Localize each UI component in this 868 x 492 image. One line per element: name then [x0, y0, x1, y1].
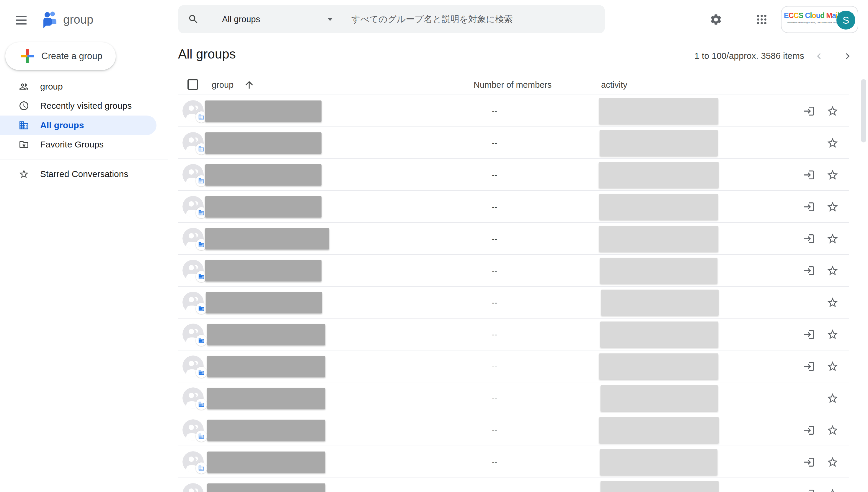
select-all-checkbox[interactable]: [187, 79, 198, 90]
star-icon: [19, 169, 29, 179]
name-redaction: [207, 388, 325, 409]
name-redaction: [205, 228, 329, 249]
member-count: --: [485, 159, 504, 191]
sidebar-item-label: Starred Conversations: [40, 164, 128, 184]
member-count: --: [485, 191, 504, 223]
chevron-left-icon[interactable]: [813, 50, 825, 62]
brand-title: ECCS Cloud Mail: [784, 11, 837, 20]
eccs-brand-logo: ECCS Cloud Mail Information Technology C…: [784, 11, 837, 24]
enter-group-button[interactable]: [803, 424, 815, 436]
member-count: --: [485, 223, 504, 255]
sidebar-item-label: All groups: [40, 116, 84, 135]
name-redaction: [207, 451, 325, 473]
account-avatar[interactable]: S: [836, 10, 855, 29]
column-header-group[interactable]: group: [212, 74, 234, 95]
member-count: --: [485, 478, 504, 492]
sidebar-item-recent[interactable]: Recently visited groups: [0, 96, 156, 116]
enter-group-button[interactable]: [803, 201, 815, 213]
app-logo-text: group: [63, 0, 93, 39]
member-count: --: [485, 255, 504, 287]
member-count: --: [485, 383, 504, 414]
enter-group-button[interactable]: [803, 105, 815, 117]
star-group-button[interactable]: [826, 232, 839, 245]
menu-icon[interactable]: [16, 16, 27, 25]
organization-badge-icon: [196, 367, 207, 378]
dropdown-caret-icon: [327, 18, 333, 21]
star-group-button[interactable]: [826, 456, 839, 468]
name-redaction: [207, 356, 325, 377]
activity-redaction: [599, 226, 718, 252]
groups-logo-icon[interactable]: [41, 9, 59, 29]
table-row[interactable]: --: [178, 159, 849, 191]
member-count: --: [485, 414, 504, 446]
sort-up-icon[interactable]: [243, 79, 255, 91]
table-row[interactable]: --: [178, 127, 849, 159]
gear-icon[interactable]: [709, 13, 722, 26]
table-row[interactable]: --: [178, 287, 849, 319]
activity-redaction: [600, 321, 718, 347]
organization-badge-icon: [196, 399, 207, 410]
name-redaction: [205, 132, 321, 154]
name-redaction: [207, 324, 325, 345]
table-row[interactable]: --: [178, 223, 849, 255]
apps-grid-icon[interactable]: [756, 13, 768, 26]
search-bar[interactable]: All groups: [178, 5, 605, 33]
enter-group-button[interactable]: [803, 233, 815, 245]
enter-group-button[interactable]: [803, 265, 815, 277]
table-row[interactable]: --: [178, 478, 849, 492]
activity-redaction: [601, 290, 719, 316]
enter-group-button[interactable]: [803, 361, 815, 372]
star-group-button[interactable]: [826, 169, 839, 181]
activity-redaction: [599, 162, 719, 188]
name-redaction: [205, 100, 321, 122]
star-group-button[interactable]: [826, 488, 839, 492]
column-header-activity: activity: [601, 74, 627, 95]
star-group-button[interactable]: [826, 328, 839, 341]
table-row[interactable]: --: [178, 446, 849, 478]
people-icon: [19, 81, 29, 92]
activity-redaction: [601, 385, 718, 411]
star-group-button[interactable]: [826, 424, 839, 437]
organization-badge-icon: [196, 303, 207, 314]
table-row[interactable]: --: [178, 350, 849, 383]
search-input[interactable]: [351, 5, 594, 33]
star-group-button[interactable]: [826, 137, 839, 149]
sidebar-item-favorite-groups[interactable]: Favorite Groups: [0, 135, 156, 154]
activity-redaction: [600, 258, 717, 284]
table-row[interactable]: --: [178, 95, 849, 127]
clock-icon: [19, 100, 29, 111]
sidebar-item-label: group: [40, 77, 63, 96]
star-group-button[interactable]: [826, 296, 839, 309]
brand-subtitle: Information Technology Center, The Unive…: [787, 21, 834, 24]
star-group-button[interactable]: [826, 360, 839, 373]
sidebar-item-label: Recently visited groups: [40, 96, 132, 116]
chevron-right-icon[interactable]: [842, 50, 853, 62]
table-row[interactable]: --: [178, 414, 849, 446]
table-row[interactable]: --: [178, 255, 849, 287]
create-group-button[interactable]: Create a group: [5, 42, 116, 70]
enter-group-button[interactable]: [803, 488, 815, 492]
name-redaction: [205, 196, 321, 218]
enter-group-button[interactable]: [803, 456, 815, 468]
star-group-button[interactable]: [826, 201, 839, 213]
google-groups-app: group All groups ECCS Cloud Mail Informa…: [0, 0, 868, 492]
organization-badge-icon: [196, 335, 207, 346]
scrollbar-thumb[interactable]: [861, 79, 866, 142]
name-redaction: [207, 420, 325, 441]
sidebar-item-all-groups[interactable]: All groups: [0, 116, 156, 135]
table-row[interactable]: --: [178, 319, 849, 350]
search-scope-dropdown[interactable]: All groups: [222, 5, 260, 33]
table-row[interactable]: --: [178, 383, 849, 414]
name-redaction: [207, 484, 325, 492]
table-row[interactable]: --: [178, 191, 849, 223]
sidebar-item-group[interactable]: group: [0, 77, 156, 96]
star-group-button[interactable]: [826, 105, 839, 117]
enter-group-button[interactable]: [803, 169, 815, 181]
enter-group-button[interactable]: [803, 328, 815, 340]
folder-star-icon: [19, 139, 29, 150]
member-count: --: [485, 127, 504, 159]
star-group-button[interactable]: [826, 392, 839, 404]
organization-badge-icon: [196, 463, 207, 474]
sidebar-item-starred-conversations[interactable]: Starred Conversations: [0, 164, 156, 184]
star-group-button[interactable]: [826, 265, 839, 277]
